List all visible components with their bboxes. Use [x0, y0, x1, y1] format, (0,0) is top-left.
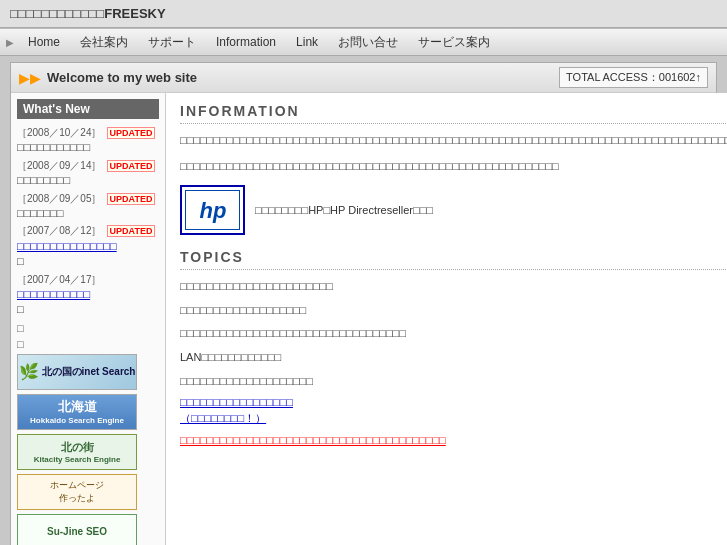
sidebar-title: What's New: [17, 99, 159, 119]
sidebar-text-2: □□□□□□□□: [17, 173, 159, 188]
welcome-icon: ▶▶: [19, 70, 41, 86]
nav-item-support[interactable]: サポート: [138, 30, 206, 55]
sidebar: What's New ［2008／10／24］ UPDATED □□□□□□□□…: [11, 93, 166, 545]
banner-kitasearch[interactable]: 🌿 北の国のinet Search: [17, 354, 137, 390]
sidebar-entry-4: ［2007／08／12］ UPDATED □□□□□□□□□□□□□□□ □: [17, 223, 159, 269]
sidebar-updated-1: UPDATED: [107, 127, 156, 139]
total-access-display: TOTAL ACCESS：001602↑: [559, 67, 708, 88]
banner-homepage[interactable]: ホームページ 作ったよ: [17, 474, 137, 510]
banner-kitamachi[interactable]: 北の街 Kitacity Search Engine: [17, 434, 137, 470]
nav-item-information[interactable]: Information: [206, 31, 286, 53]
sidebar-sep-2: □: [17, 338, 159, 350]
sidebar-updated-4: UPDATED: [107, 225, 156, 237]
topics-text-4: LAN□□□□□□□□□□□□: [180, 349, 727, 367]
sidebar-date-1: ［2008／10／24］: [17, 127, 102, 138]
topics-text-1: □□□□□□□□□□□□□□□□□□□□□□□: [180, 278, 727, 296]
sidebar-date-5: ［2007／04／17］: [17, 274, 102, 285]
main-content: INFORMATION □□□□□□□□□□□□□□□□□□□□□□□□□□□□…: [166, 93, 727, 545]
nav-arrow-icon: ▶: [6, 37, 14, 48]
sidebar-date-4: ［2007／08／12］: [17, 225, 102, 236]
topics-text-3: □□□□□□□□□□□□□□□□□□□□□□□□□□□□□□□□□□: [180, 325, 727, 343]
sidebar-entry-3: ［2008／09／05］ UPDATED □□□□□□□: [17, 191, 159, 222]
sidebar-updated-3: UPDATED: [107, 193, 156, 205]
info-text-1: □□□□□□□□□□□□□□□□□□□□□□□□□□□□□□□□□□□□□□□□…: [180, 132, 727, 150]
topics-section-title: TOPICS: [180, 249, 727, 270]
sidebar-updated-2: UPDATED: [107, 160, 156, 172]
sidebar-date-3: ［2008／09／05］: [17, 193, 102, 204]
welcome-text: Welcome to my web site: [47, 70, 197, 85]
topics-link-1[interactable]: □□□□□□□□□□□□□□□□□: [180, 396, 727, 408]
sidebar-text-5b: □: [17, 302, 159, 317]
sidebar-text-4a[interactable]: □□□□□□□□□□□□□□□: [17, 239, 159, 254]
sidebar-date-2: ［2008／09／14］: [17, 160, 102, 171]
topics-text-2: □□□□□□□□□□□□□□□□□□□: [180, 302, 727, 320]
hp-logo: hp: [180, 185, 245, 235]
sidebar-text-5a[interactable]: □□□□□□□□□□□: [17, 287, 159, 302]
sidebar-entry-1: ［2008／10／24］ UPDATED □□□□□□□□□□□: [17, 125, 159, 156]
topics-link-bottom-text[interactable]: □□□□□□□□□□□□□□□□□□□□□□□□□□□□□□□□□□□□□□□□: [180, 434, 446, 446]
svg-text:hp: hp: [200, 198, 227, 223]
nav-bar: ▶ Home 会社案内 サポート Information Link お問い合せ …: [0, 28, 727, 56]
hp-logo-svg: hp: [185, 190, 240, 230]
hp-logo-row: hp □□□□□□□□HP□HP Directreseller□□□: [180, 185, 727, 235]
hp-logo-text: □□□□□□□□HP□HP Directreseller□□□: [255, 204, 433, 216]
access-count: 001602↑: [659, 71, 701, 83]
info-section-title: INFORMATION: [180, 103, 727, 124]
nav-item-contact[interactable]: お問い合せ: [328, 30, 408, 55]
nav-item-link[interactable]: Link: [286, 31, 328, 53]
topics-link-bottom: □□□□□□□□□□□□□□□□□□□□□□□□□□□□□□□□□□□□□□□□: [180, 432, 727, 450]
topics-section: TOPICS □□□□□□□□□□□□□□□□□□□□□□□ □□□□□□□□□…: [180, 249, 727, 450]
sidebar-text-3: □□□□□□□: [17, 206, 159, 221]
main-container: ▶▶ Welcome to my web site TOTAL ACCESS：0…: [10, 62, 717, 545]
topics-link-2[interactable]: （□□□□□□□□！）: [180, 411, 727, 426]
sidebar-entry-5: ［2007／04／17］ □□□□□□□□□□□ □: [17, 272, 159, 318]
banner-sujine[interactable]: Su-Jine SEO: [17, 514, 137, 545]
sidebar-text-1: □□□□□□□□□□□: [17, 140, 159, 155]
sidebar-entry-2: ［2008／09／14］ UPDATED □□□□□□□□: [17, 158, 159, 189]
content-area: What's New ［2008／10／24］ UPDATED □□□□□□□□…: [11, 93, 716, 545]
nav-item-company[interactable]: 会社案内: [70, 30, 138, 55]
welcome-left: ▶▶ Welcome to my web site: [19, 70, 197, 86]
top-title-bar: □□□□□□□□□□□□FREESKY: [0, 0, 727, 28]
topics-text-5: □□□□□□□□□□□□□□□□□□□□: [180, 373, 727, 391]
info-text-2: □□□□□□□□□□□□□□□□□□□□□□□□□□□□□□□□□□□□□□□□…: [180, 158, 727, 176]
nav-item-home[interactable]: Home: [18, 31, 70, 53]
access-label: TOTAL ACCESS：: [566, 71, 659, 83]
sidebar-text-4b: □: [17, 254, 159, 269]
welcome-bar: ▶▶ Welcome to my web site TOTAL ACCESS：0…: [11, 63, 716, 93]
nav-item-service[interactable]: サービス案内: [408, 30, 500, 55]
banner-hokkaido[interactable]: 北海道 Hokkaido Search Engine: [17, 394, 137, 430]
site-title: □□□□□□□□□□□□FREESKY: [10, 6, 166, 21]
info-section: INFORMATION □□□□□□□□□□□□□□□□□□□□□□□□□□□□…: [180, 103, 727, 235]
sidebar-sep-1: □: [17, 322, 159, 334]
